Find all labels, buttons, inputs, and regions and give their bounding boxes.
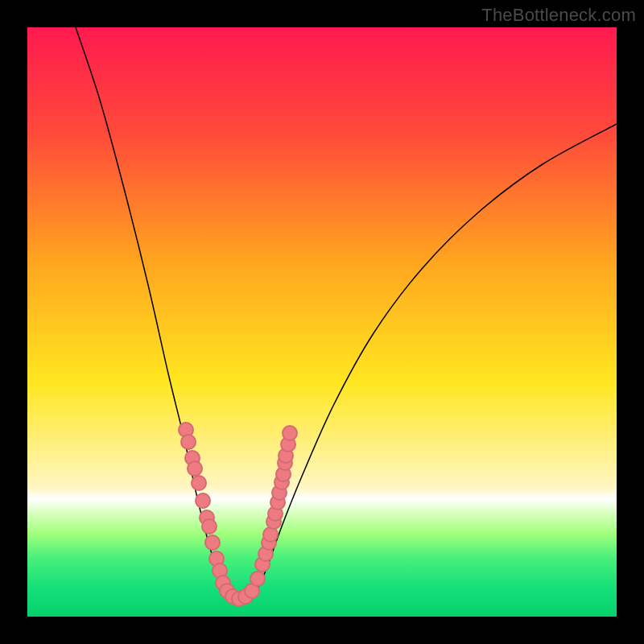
- highlight-dot: [202, 519, 217, 534]
- highlight-dot: [250, 572, 265, 586]
- chart-frame: TheBottleneck.com: [0, 0, 644, 644]
- plot-area: [27, 27, 617, 617]
- highlight-dot: [283, 426, 297, 440]
- watermark-label: TheBottleneck.com: [481, 5, 636, 26]
- highlight-dots-group: [179, 423, 297, 606]
- highlight-dot: [205, 535, 220, 550]
- highlight-dot: [181, 435, 196, 449]
- highlight-dot: [188, 461, 202, 476]
- bottleneck-curve: [76, 27, 617, 599]
- highlight-dot: [192, 476, 206, 490]
- highlight-dot: [196, 493, 210, 508]
- curve-layer: [27, 27, 617, 617]
